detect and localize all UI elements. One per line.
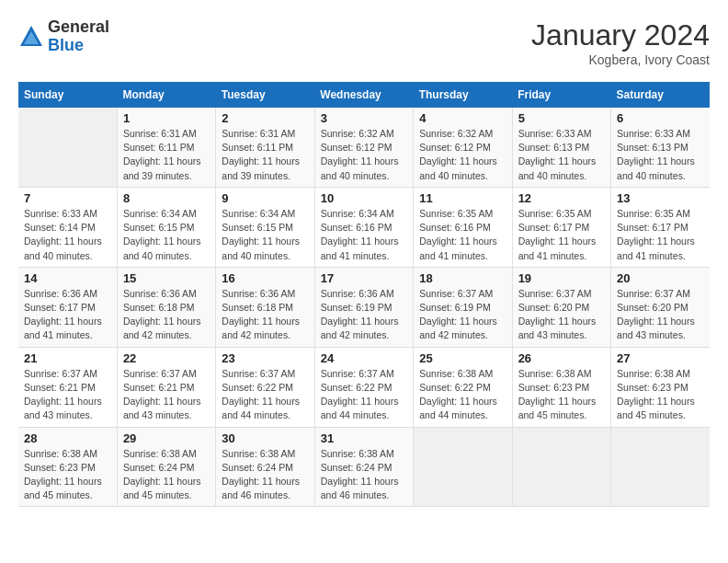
- day-info: Sunrise: 6:37 AMSunset: 6:22 PMDaylight:…: [321, 367, 407, 423]
- day-info: Sunrise: 6:37 AMSunset: 6:20 PMDaylight:…: [617, 287, 704, 343]
- day-cell: 15Sunrise: 6:36 AMSunset: 6:18 PMDayligh…: [117, 267, 215, 347]
- day-cell: 2Sunrise: 6:31 AMSunset: 6:11 PMDaylight…: [216, 108, 314, 187]
- day-cell: 7Sunrise: 6:33 AMSunset: 6:14 PMDaylight…: [18, 187, 117, 267]
- day-number: 14: [24, 271, 111, 285]
- day-cell: 18Sunrise: 6:37 AMSunset: 6:19 PMDayligh…: [414, 267, 512, 347]
- day-cell: 11Sunrise: 6:35 AMSunset: 6:16 PMDayligh…: [414, 187, 512, 267]
- day-info: Sunrise: 6:34 AMSunset: 6:15 PMDaylight:…: [123, 207, 210, 263]
- week-row-0: 1Sunrise: 6:31 AMSunset: 6:11 PMDaylight…: [18, 108, 710, 187]
- day-number: 24: [321, 351, 407, 365]
- logo: General Blue: [18, 18, 109, 55]
- logo-blue: Blue: [48, 37, 109, 55]
- day-number: 16: [222, 271, 308, 285]
- day-cell: 21Sunrise: 6:37 AMSunset: 6:21 PMDayligh…: [18, 347, 117, 427]
- logo-general: General: [48, 18, 109, 37]
- day-info: Sunrise: 6:38 AMSunset: 6:23 PMDaylight:…: [518, 367, 605, 423]
- day-cell: 22Sunrise: 6:37 AMSunset: 6:21 PMDayligh…: [117, 347, 215, 427]
- day-cell: 16Sunrise: 6:36 AMSunset: 6:18 PMDayligh…: [216, 267, 314, 347]
- day-info: Sunrise: 6:33 AMSunset: 6:14 PMDaylight:…: [24, 207, 111, 263]
- logo-text: General Blue: [48, 18, 109, 55]
- day-number: 27: [617, 351, 704, 365]
- day-number: 2: [222, 111, 308, 125]
- day-info: Sunrise: 6:36 AMSunset: 6:17 PMDaylight:…: [24, 287, 111, 343]
- day-info: Sunrise: 6:37 AMSunset: 6:19 PMDaylight:…: [419, 287, 506, 343]
- calendar-header-row: SundayMondayTuesdayWednesdayThursdayFrid…: [18, 82, 710, 108]
- day-info: Sunrise: 6:37 AMSunset: 6:21 PMDaylight:…: [123, 367, 210, 423]
- day-info: Sunrise: 6:31 AMSunset: 6:11 PMDaylight:…: [222, 127, 308, 183]
- day-cell: 13Sunrise: 6:35 AMSunset: 6:17 PMDayligh…: [611, 187, 710, 267]
- day-cell: [414, 427, 512, 507]
- week-row-4: 28Sunrise: 6:38 AMSunset: 6:23 PMDayligh…: [18, 427, 710, 507]
- day-number: 10: [321, 191, 407, 205]
- week-row-3: 21Sunrise: 6:37 AMSunset: 6:21 PMDayligh…: [18, 347, 710, 427]
- day-info: Sunrise: 6:38 AMSunset: 6:24 PMDaylight:…: [321, 447, 407, 503]
- day-number: 6: [617, 111, 704, 125]
- day-info: Sunrise: 6:38 AMSunset: 6:22 PMDaylight:…: [419, 367, 506, 423]
- day-info: Sunrise: 6:34 AMSunset: 6:15 PMDaylight:…: [222, 207, 308, 263]
- day-info: Sunrise: 6:38 AMSunset: 6:23 PMDaylight:…: [617, 367, 704, 423]
- day-info: Sunrise: 6:35 AMSunset: 6:17 PMDaylight:…: [617, 207, 704, 263]
- day-cell: 9Sunrise: 6:34 AMSunset: 6:15 PMDaylight…: [216, 187, 314, 267]
- day-info: Sunrise: 6:38 AMSunset: 6:24 PMDaylight:…: [222, 447, 308, 503]
- day-info: Sunrise: 6:31 AMSunset: 6:11 PMDaylight:…: [123, 127, 210, 183]
- day-cell: 10Sunrise: 6:34 AMSunset: 6:16 PMDayligh…: [314, 187, 413, 267]
- day-number: 20: [617, 271, 704, 285]
- day-number: 3: [321, 111, 407, 125]
- day-cell: 28Sunrise: 6:38 AMSunset: 6:23 PMDayligh…: [18, 427, 117, 507]
- day-cell: 17Sunrise: 6:36 AMSunset: 6:19 PMDayligh…: [314, 267, 413, 347]
- day-cell: 6Sunrise: 6:33 AMSunset: 6:13 PMDaylight…: [611, 108, 710, 187]
- day-info: Sunrise: 6:37 AMSunset: 6:22 PMDaylight:…: [222, 367, 308, 423]
- day-cell: 1Sunrise: 6:31 AMSunset: 6:11 PMDaylight…: [117, 108, 215, 187]
- day-number: 25: [419, 351, 506, 365]
- header-monday: Monday: [117, 82, 215, 108]
- day-number: 30: [222, 431, 308, 445]
- day-number: 23: [222, 351, 308, 365]
- day-cell: 3Sunrise: 6:32 AMSunset: 6:12 PMDaylight…: [314, 108, 413, 187]
- day-info: Sunrise: 6:38 AMSunset: 6:23 PMDaylight:…: [24, 447, 111, 503]
- day-number: 18: [419, 271, 506, 285]
- day-cell: 4Sunrise: 6:32 AMSunset: 6:12 PMDaylight…: [414, 108, 512, 187]
- day-number: 21: [24, 351, 111, 365]
- day-number: 12: [518, 191, 605, 205]
- day-cell: 14Sunrise: 6:36 AMSunset: 6:17 PMDayligh…: [18, 267, 117, 347]
- day-number: 11: [419, 191, 506, 205]
- header-saturday: Saturday: [611, 82, 710, 108]
- header-sunday: Sunday: [18, 82, 117, 108]
- day-info: Sunrise: 6:33 AMSunset: 6:13 PMDaylight:…: [617, 127, 704, 183]
- day-info: Sunrise: 6:32 AMSunset: 6:12 PMDaylight:…: [321, 127, 407, 183]
- calendar-table: SundayMondayTuesdayWednesdayThursdayFrid…: [18, 82, 710, 507]
- title-area: January 2024 Kogbera, Ivory Coast: [531, 18, 710, 67]
- day-info: Sunrise: 6:35 AMSunset: 6:17 PMDaylight:…: [518, 207, 605, 263]
- header-tuesday: Tuesday: [216, 82, 314, 108]
- day-cell: [18, 108, 117, 187]
- day-info: Sunrise: 6:35 AMSunset: 6:16 PMDaylight:…: [419, 207, 506, 263]
- header-friday: Friday: [512, 82, 610, 108]
- day-number: 31: [321, 431, 407, 445]
- day-cell: 8Sunrise: 6:34 AMSunset: 6:15 PMDaylight…: [117, 187, 215, 267]
- day-number: 15: [123, 271, 210, 285]
- day-cell: 25Sunrise: 6:38 AMSunset: 6:22 PMDayligh…: [414, 347, 512, 427]
- day-number: 4: [419, 111, 506, 125]
- week-row-1: 7Sunrise: 6:33 AMSunset: 6:14 PMDaylight…: [18, 187, 710, 267]
- day-info: Sunrise: 6:36 AMSunset: 6:18 PMDaylight:…: [222, 287, 308, 343]
- header-thursday: Thursday: [414, 82, 512, 108]
- day-number: 8: [123, 191, 210, 205]
- day-cell: 20Sunrise: 6:37 AMSunset: 6:20 PMDayligh…: [611, 267, 710, 347]
- week-row-2: 14Sunrise: 6:36 AMSunset: 6:17 PMDayligh…: [18, 267, 710, 347]
- day-cell: [512, 427, 610, 507]
- day-number: 28: [24, 431, 111, 445]
- day-number: 22: [123, 351, 210, 365]
- day-info: Sunrise: 6:37 AMSunset: 6:20 PMDaylight:…: [518, 287, 605, 343]
- day-cell: 30Sunrise: 6:38 AMSunset: 6:24 PMDayligh…: [216, 427, 314, 507]
- logo-icon: [18, 24, 44, 50]
- header-wednesday: Wednesday: [314, 82, 413, 108]
- location-subtitle: Kogbera, Ivory Coast: [531, 52, 710, 67]
- day-cell: 26Sunrise: 6:38 AMSunset: 6:23 PMDayligh…: [512, 347, 610, 427]
- day-number: 5: [518, 111, 605, 125]
- day-info: Sunrise: 6:32 AMSunset: 6:12 PMDaylight:…: [419, 127, 506, 183]
- day-cell: 27Sunrise: 6:38 AMSunset: 6:23 PMDayligh…: [611, 347, 710, 427]
- day-cell: 5Sunrise: 6:33 AMSunset: 6:13 PMDaylight…: [512, 108, 610, 187]
- page-header: General Blue January 2024 Kogbera, Ivory…: [18, 18, 710, 67]
- day-cell: 12Sunrise: 6:35 AMSunset: 6:17 PMDayligh…: [512, 187, 610, 267]
- day-cell: 31Sunrise: 6:38 AMSunset: 6:24 PMDayligh…: [314, 427, 413, 507]
